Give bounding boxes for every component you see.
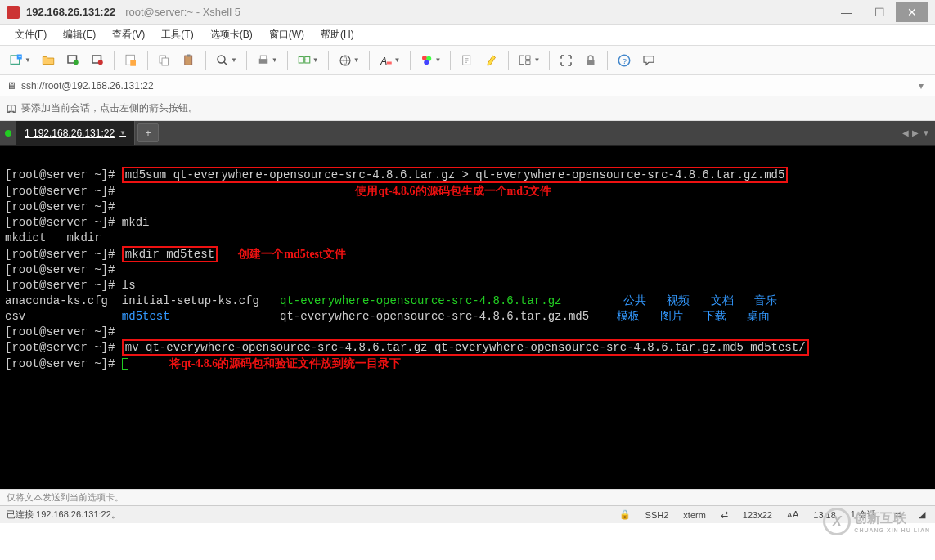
ls-csv: csv [5, 310, 122, 323]
svg-rect-11 [185, 56, 192, 65]
find-button[interactable]: ▼ [211, 49, 241, 72]
new-session-button[interactable]: +▼ [5, 49, 35, 72]
ls-tar: qt-everywhere-opensource-src-4.8.6.tar.g… [280, 294, 561, 307]
terminal[interactable]: [root@server ~]# md5sum qt-everywhere-op… [0, 146, 935, 489]
encoding-button[interactable]: ▼ [334, 49, 364, 72]
svg-line-14 [223, 61, 227, 65]
cursor [122, 358, 128, 370]
menu-help[interactable]: 帮助(H) [316, 26, 359, 43]
cmd-mv: mv qt-everywhere-opensource-src-4.8.6.ta… [122, 339, 809, 356]
tab-nav: ◀ ▶ ▼ [897, 121, 935, 145]
caps-icon: ᴀA [787, 509, 798, 520]
prompt: [root@server ~]# [5, 185, 115, 198]
watermark-logo-icon: X [823, 508, 851, 535]
watermark: X 创新互联 CHUANG XIN HU LIAN [823, 508, 930, 535]
prompt: [root@server ~]# [5, 357, 122, 370]
disconnect-button[interactable] [86, 49, 109, 72]
properties-button[interactable] [119, 49, 142, 72]
menu-window[interactable]: 窗口(W) [264, 26, 309, 43]
reconnect-button[interactable] [61, 49, 84, 72]
address-url[interactable]: ssh://root@192.168.26.131:22 [21, 80, 914, 92]
title-ip: 192.168.26.131:22 [26, 6, 115, 18]
minimize-button[interactable]: — [830, 2, 863, 22]
maximize-button[interactable]: ☐ [863, 2, 896, 22]
hint-text: 要添加当前会话，点击左侧的箭头按钮。 [21, 101, 198, 115]
status-bar: 已连接 192.168.26.131:22。 🔒 SSH2 xterm ⇄ 12… [0, 505, 935, 523]
menu-tabs[interactable]: 选项卡(B) [205, 26, 258, 43]
address-dropdown[interactable]: ▾ [914, 80, 928, 92]
font-button[interactable]: A▼ [375, 49, 405, 72]
prompt-ls: [root@server ~]# ls [5, 279, 136, 292]
prompt: [root@server ~]# [5, 168, 122, 181]
size-icon: ⇄ [721, 509, 728, 520]
color-button[interactable]: ▼ [416, 49, 446, 72]
tab-next-button[interactable]: ▶ [912, 128, 919, 137]
cmd-md5sum: md5sum qt-everywhere-opensource-src-4.8.… [122, 167, 789, 183]
connection-status-icon [5, 130, 11, 137]
annotation-mv: 将qt-4.8.6的源码包和验证文件放到统一目录下 [169, 357, 401, 370]
prompt: [root@server ~]# [5, 263, 115, 276]
script-button[interactable] [456, 49, 479, 72]
svg-rect-21 [386, 61, 391, 64]
svg-rect-16 [260, 56, 267, 60]
menu-edit[interactable]: 编辑(E) [58, 26, 101, 43]
svg-text:+: + [18, 53, 21, 59]
prompt: [root@server ~]# [5, 200, 115, 213]
status-ssh: SSH2 [645, 510, 669, 520]
svg-rect-8 [130, 60, 136, 66]
hint-bar: 🕮 要添加当前会话，点击左侧的箭头按钮。 [0, 96, 935, 121]
print-button[interactable]: ▼ [252, 49, 282, 72]
menu-tools[interactable]: 工具(T) [156, 26, 198, 43]
title-bar: 192.168.26.131:22 root@server:~ - Xshell… [0, 0, 935, 25]
prompt: [root@server ~]# [5, 248, 122, 261]
svg-rect-26 [520, 56, 524, 65]
completion-output: mkdict mkdir [5, 231, 101, 244]
layout-button[interactable]: ▼ [514, 49, 544, 72]
lock-button[interactable] [579, 49, 602, 72]
annotation-mkdir: 创建一个md5test文件 [238, 248, 345, 260]
address-bar: 🖥 ssh://root@192.168.26.131:22 ▾ [0, 75, 935, 96]
status-size: 123x22 [743, 510, 772, 520]
send-hint: 仅将文本发送到当前选项卡。 [0, 489, 935, 505]
svg-point-24 [424, 60, 429, 65]
lock-icon: 🔒 [619, 509, 631, 520]
title-sub: root@server:~ - Xshell 5 [125, 6, 240, 18]
menu-bar: 文件(F) 编辑(E) 查看(V) 工具(T) 选项卡(B) 窗口(W) 帮助(… [0, 25, 935, 46]
tab-prev-button[interactable]: ◀ [902, 128, 909, 137]
svg-rect-27 [526, 56, 530, 60]
svg-point-6 [98, 60, 103, 65]
prompt-mkdi: [root@server ~]# mkdi [5, 216, 149, 229]
paste-button[interactable] [178, 49, 200, 72]
fullscreen-button[interactable] [555, 49, 578, 72]
ls-dirs1: 公共 视频 文档 音乐 [623, 294, 777, 307]
tab-list-button[interactable]: ▼ [922, 128, 930, 137]
app-icon [7, 6, 20, 19]
open-button[interactable] [37, 49, 60, 72]
transfer-button[interactable]: ▼ [293, 49, 323, 72]
svg-text:A: A [380, 55, 387, 66]
tab-label: 1 192.168.26.131:22 [25, 128, 115, 139]
close-button[interactable]: ✕ [896, 2, 928, 22]
help-button[interactable]: ? [613, 49, 636, 72]
copy-button[interactable] [153, 49, 176, 72]
highlight-button[interactable] [480, 49, 503, 72]
tab-strip: 1 192.168.26.131:22▼ + ◀ ▶ ▼ [0, 121, 935, 146]
prompt: [root@server ~]# [5, 325, 115, 338]
cmd-mkdir: mkdir md5test [122, 246, 218, 262]
bookmark-icon[interactable]: 🕮 [7, 103, 16, 114]
svg-rect-12 [187, 54, 191, 56]
session-tab[interactable]: 1 192.168.26.131:22▼ [16, 121, 135, 145]
menu-view[interactable]: 查看(V) [107, 26, 150, 43]
ls-row1-plain: anaconda-ks.cfg initial-setup-ks.cfg [5, 294, 280, 307]
add-tab-button[interactable]: + [137, 123, 159, 142]
svg-point-22 [422, 56, 427, 60]
menu-file[interactable]: 文件(F) [10, 26, 52, 43]
svg-point-4 [74, 60, 79, 65]
toolbar: +▼ ▼ ▼ ▼ ▼ A▼ ▼ ▼ ? [0, 46, 935, 75]
watermark-text: 创新互联 [854, 510, 930, 527]
watermark-sub: CHUANG XIN HU LIAN [854, 527, 930, 533]
svg-rect-29 [587, 60, 595, 65]
status-term: xterm [683, 510, 706, 520]
feedback-button[interactable] [637, 49, 660, 72]
ls-dirs2: 模板 图片 下载 桌面 [617, 310, 771, 323]
